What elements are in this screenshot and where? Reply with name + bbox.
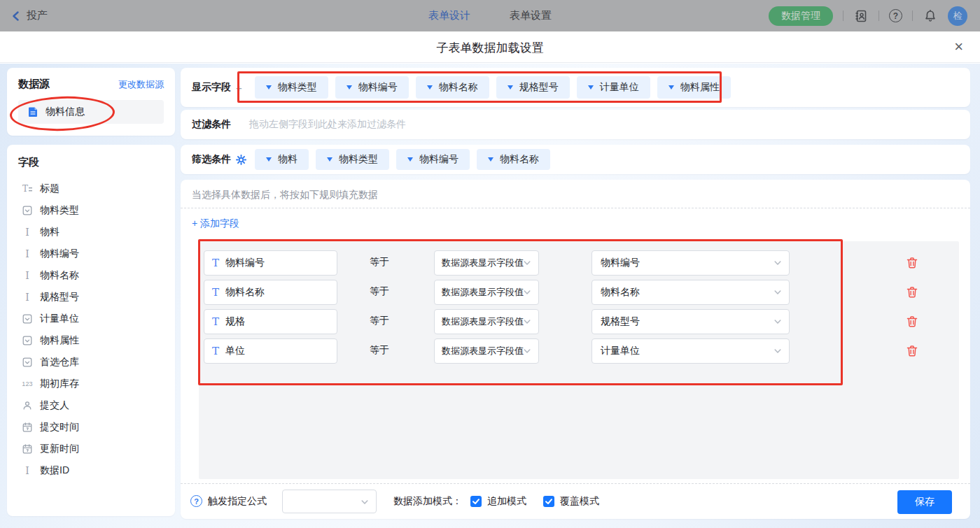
target-field-label: 单位 <box>225 345 245 357</box>
fields-list: 标题 物料类型 I物料 I物料编号 I物料名称 I规格型号 计量单位 物料属性 … <box>18 178 164 481</box>
date-icon <box>21 443 34 455</box>
target-field-box[interactable]: T单位 <box>204 338 337 364</box>
tab-form-design[interactable]: 表单设计 <box>428 9 470 22</box>
chevron-down-icon <box>327 157 332 162</box>
save-button[interactable]: 保存 <box>897 490 952 514</box>
field-chip[interactable]: 物料属性 <box>657 76 731 99</box>
field-chip[interactable]: 物料编号 <box>335 76 409 99</box>
delete-row-icon[interactable] <box>906 315 918 328</box>
select-icon <box>21 334 34 347</box>
field-chip[interactable]: 物料名称 <box>416 76 489 99</box>
field-item[interactable]: 提交人 <box>18 394 164 416</box>
datasource-item[interactable]: 物料信息 <box>18 100 164 124</box>
target-field-box[interactable]: T规格 <box>204 309 337 334</box>
field-item[interactable]: 更新时间 <box>18 438 164 459</box>
change-datasource-link[interactable]: 更改数据源 <box>118 78 164 91</box>
chip-label: 物料属性 <box>680 81 720 94</box>
append-mode-checkbox[interactable] <box>470 496 482 507</box>
filter-placeholder[interactable]: 拖动左侧字段到此处来添加过滤条件 <box>249 118 406 131</box>
field-item[interactable]: 物料类型 <box>18 199 164 221</box>
text-icon: I <box>21 248 34 260</box>
field-chip[interactable]: 物料类型 <box>316 149 389 170</box>
user-icon <box>21 399 34 412</box>
target-field-label: 物料名称 <box>225 286 265 299</box>
contacts-book-icon[interactable] <box>853 8 869 24</box>
target-field-label: 物料编号 <box>225 257 265 269</box>
source-type-select[interactable]: 数据源表显示字段值 <box>434 338 539 364</box>
add-display-field-button[interactable]: + <box>236 82 242 94</box>
chevron-down-icon <box>427 85 433 90</box>
field-chip[interactable]: 物料名称 <box>477 149 550 170</box>
sift-label: 筛选条件 <box>192 153 231 166</box>
gear-icon[interactable] <box>236 155 246 165</box>
source-field-select[interactable]: 物料名称 <box>592 280 790 305</box>
text-icon: I <box>21 269 34 282</box>
source-field-select[interactable]: 计量单位 <box>592 338 790 364</box>
datasource-panel: 数据源 更改数据源 物料信息 <box>7 68 175 136</box>
add-field-link[interactable]: + 添加字段 <box>192 217 239 230</box>
field-item[interactable]: I物料编号 <box>18 243 164 264</box>
field-item[interactable]: 首选仓库 <box>18 351 164 373</box>
source-field-select[interactable]: 物料编号 <box>592 250 790 276</box>
help-icon[interactable]: ? <box>190 495 202 507</box>
source-field-select[interactable]: 规格型号 <box>592 309 790 334</box>
chevron-down-icon <box>522 258 532 268</box>
bell-icon[interactable] <box>923 8 938 24</box>
delete-row-icon[interactable] <box>906 257 918 269</box>
field-item[interactable]: I数据ID <box>18 459 164 481</box>
chevron-down-icon <box>266 157 272 162</box>
field-item-label: 提交人 <box>40 399 69 412</box>
field-item[interactable]: 计量单位 <box>18 308 164 329</box>
data-manage-button[interactable]: 数据管理 <box>769 6 833 26</box>
field-item-label: 物料名称 <box>40 269 79 282</box>
field-item[interactable]: I规格型号 <box>18 286 164 308</box>
field-item[interactable]: 物料属性 <box>18 329 164 351</box>
chevron-down-icon <box>773 317 783 327</box>
source-type-select[interactable]: 数据源表显示字段值 <box>434 280 539 305</box>
field-item[interactable]: 标题 <box>18 178 164 199</box>
field-item[interactable]: 123期初库存 <box>18 373 164 394</box>
field-chip[interactable]: 物料 <box>255 149 309 170</box>
source-type-select[interactable]: 数据源表显示字段值 <box>434 250 539 276</box>
chip-label: 物料 <box>278 153 298 166</box>
help-icon[interactable]: ? <box>889 9 902 22</box>
app-title[interactable]: 投产 <box>27 9 48 22</box>
source-type-select[interactable]: 数据源表显示字段值 <box>434 309 539 334</box>
target-field-box[interactable]: T物料名称 <box>204 280 337 305</box>
target-field-box[interactable]: T物料编号 <box>204 250 337 276</box>
display-fields-label: 显示字段 <box>192 81 231 94</box>
formula-select[interactable] <box>282 490 377 513</box>
filter-label: 过滤条件 <box>192 118 231 131</box>
field-item[interactable]: 提交时间 <box>18 416 164 438</box>
tab-form-settings[interactable]: 表单设置 <box>510 9 552 22</box>
field-chip[interactable]: 规格型号 <box>496 76 570 99</box>
field-chip[interactable]: 物料类型 <box>255 76 328 99</box>
chevron-down-icon <box>407 157 413 162</box>
operator-label: 等于 <box>370 344 389 357</box>
select-value: 规格型号 <box>601 315 640 328</box>
divider <box>912 10 913 21</box>
overwrite-mode-checkbox[interactable] <box>543 496 554 507</box>
select-icon <box>21 313 34 325</box>
delete-row-icon[interactable] <box>906 345 918 357</box>
formula-label: 触发指定公式 <box>208 495 267 508</box>
chevron-down-icon <box>522 287 532 297</box>
operator-label: 等于 <box>370 285 389 298</box>
operator-label: 等于 <box>370 315 389 327</box>
chevron-down-icon <box>773 346 783 356</box>
form-doc-icon <box>27 106 39 118</box>
field-item[interactable]: I物料名称 <box>18 264 164 286</box>
field-item-label: 更新时间 <box>40 443 79 455</box>
close-icon[interactable]: × <box>954 37 963 57</box>
target-field-label: 规格 <box>225 315 245 328</box>
field-chip[interactable]: 计量单位 <box>577 76 650 99</box>
select-value: 数据源表显示字段值 <box>442 286 524 299</box>
field-item[interactable]: I物料 <box>18 221 164 243</box>
field-chip[interactable]: 物料编号 <box>396 149 470 170</box>
number-icon: 123 <box>21 378 34 390</box>
back-icon[interactable] <box>11 11 21 21</box>
avatar[interactable]: 检 <box>948 6 967 26</box>
chevron-down-icon <box>360 497 370 507</box>
delete-row-icon[interactable] <box>906 286 918 299</box>
chevron-down-icon <box>488 157 493 162</box>
